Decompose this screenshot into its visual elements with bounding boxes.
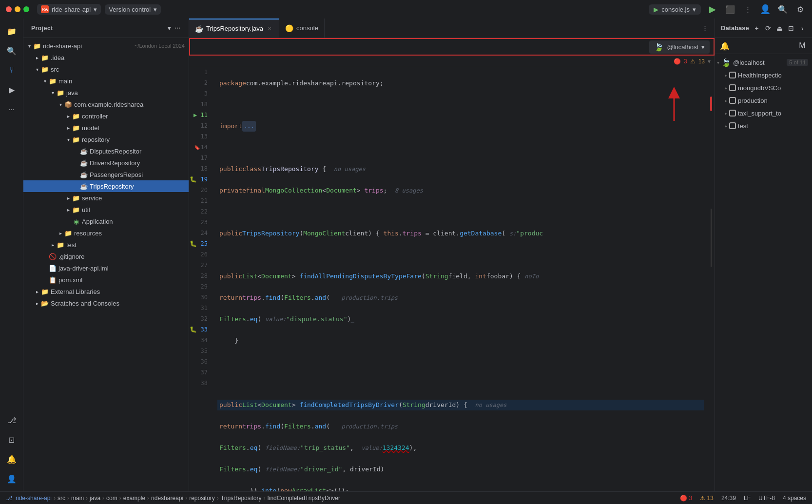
tab-more-button[interactable]: ⋮ [699, 22, 711, 34]
sidebar-more[interactable]: ⋯ [174, 25, 181, 32]
tree-item-test[interactable]: ▸ 📁 test [23, 239, 189, 251]
settings-button[interactable]: ⚙ [794, 3, 806, 15]
tree-item-root[interactable]: ▾ 📁 ride-share-api ~/London Local 2024 [23, 40, 189, 52]
breadcrumb-main[interactable]: main [71, 495, 84, 502]
chevron-controller: ▸ [64, 112, 72, 120]
activity-vcs[interactable]: ⑂ [3, 61, 20, 79]
breadcrumb-tripsrepo[interactable]: TripsRepository [221, 495, 262, 502]
activity-notifications[interactable]: 🔔 [3, 450, 20, 468]
stop-button[interactable]: ⬛ [724, 3, 736, 15]
tree-item-pom[interactable]: ▸ 📋 pom.xml [23, 274, 189, 286]
activity-terminal[interactable]: ⊡ [3, 431, 20, 448]
line-20: 20 [201, 185, 210, 196]
db-item-mongo[interactable]: ▸ mongodbVSCo [715, 81, 812, 94]
status-errors[interactable]: 🔴 3 [680, 495, 692, 502]
status-indent[interactable]: 4 spaces [783, 495, 806, 502]
db-item-localhost[interactable]: ▾ 🍃 @localhost 5 of 11 [715, 56, 812, 69]
db-refresh-connection[interactable]: ⟳ [764, 22, 772, 34]
tree-item-gitignore[interactable]: ▸ 🚫 .gitignore [23, 251, 189, 262]
line-19: 🐛 19 [190, 174, 210, 185]
db-add-button[interactable]: + [753, 22, 760, 34]
tree-item-service[interactable]: ▸ 📁 service [23, 192, 189, 204]
status-lf[interactable]: LF [744, 495, 751, 502]
tree-item-passengers[interactable]: ▸ ☕ PassengersReposi [23, 169, 189, 180]
right-scrollbar[interactable] [708, 67, 715, 491]
tree-item-scratches[interactable]: ▸ 📂 Scratches and Consoles [23, 297, 189, 309]
console-selector[interactable]: ▶ console.js ▾ [649, 4, 701, 15]
tree-item-resources[interactable]: ▸ 📁 resources [23, 227, 189, 239]
console-icon: ▶ [654, 6, 658, 13]
db-chevron-button[interactable]: › [799, 22, 806, 34]
tree-item-iml[interactable]: ▸ 📄 java-driver-api.iml [23, 262, 189, 274]
code-editor[interactable]: 1 2 3 18 ▶ 11 12 13 🔖14 17 18 🐛 19 20 21… [189, 67, 715, 491]
breadcrumb-project[interactable]: ride-share-api [16, 495, 52, 502]
tree-item-model[interactable]: ▸ 📁 model [23, 122, 189, 134]
activity-git[interactable]: ⎇ [3, 411, 20, 429]
tree-item-application[interactable]: ▸ ◉ Application [23, 215, 189, 227]
project-selector[interactable]: RA ride-share-api ▾ [37, 4, 101, 15]
status-position[interactable]: 24:39 [721, 495, 736, 502]
minimize-button[interactable] [15, 6, 20, 12]
java-icon-disputes: ☕ [80, 147, 88, 155]
code-line-26: Filters.eq( fieldName: "trip_status", va… [217, 443, 704, 453]
error-indicators: 🔴 3 ⚠ 13 ▾ [674, 58, 711, 65]
tree-item-util[interactable]: ▸ 📁 util [23, 204, 189, 215]
tree-item-main[interactable]: ▾ 📁 main [23, 75, 189, 87]
db-filter-button[interactable]: ⊡ [787, 22, 794, 34]
tab-trips[interactable]: ☕ TripsRepository.java ✕ [189, 19, 279, 38]
db-notification-button[interactable]: 🔔 [719, 40, 731, 52]
run-button[interactable]: ▶ [707, 3, 718, 15]
search-button[interactable]: 🔍 [777, 3, 789, 15]
activity-search[interactable]: 🔍 [3, 42, 20, 59]
db-disconnect-button[interactable]: ⏏ [776, 22, 783, 34]
code-line-28: )).into(new ArrayList<>()); [217, 485, 704, 491]
breadcrumb-example[interactable]: example [123, 495, 145, 502]
chevron-root: ▾ [25, 42, 33, 50]
db-item-taxi[interactable]: ▸ taxi_support_to [715, 107, 812, 119]
project-name: ride-share-api [52, 6, 91, 13]
activity-project[interactable]: 📁 [3, 22, 20, 40]
tree-item-src[interactable]: ▾ 📁 src [23, 63, 189, 75]
tree-item-external[interactable]: ▸ 📁 External Libraries [23, 286, 189, 297]
db-label-taxi: taxi_support_to [738, 110, 808, 117]
tree-label-src: src [51, 66, 185, 73]
tree-item-trips-repo[interactable]: ▸ ☕ TripsRepository [23, 180, 189, 192]
code-content[interactable]: package com.example.rideshareapi.reposit… [213, 67, 708, 491]
close-button[interactable] [6, 6, 12, 12]
breadcrumb-com[interactable]: com [106, 495, 117, 502]
status-encoding[interactable]: UTF-8 [758, 495, 775, 502]
title-bar: RA ride-share-api ▾ Version control ▾ ▶ … [0, 0, 812, 19]
db-item-health[interactable]: ▸ HealthInspectio [715, 69, 812, 81]
db-item-production[interactable]: ▸ production [715, 94, 812, 107]
breadcrumb-rideshareapi[interactable]: rideshareapi [151, 495, 183, 502]
tree-item-repository[interactable]: ▾ 📁 repository [23, 134, 189, 145]
db-item-test[interactable]: ▸ test [715, 119, 812, 132]
profile-button[interactable]: 👤 [759, 3, 771, 15]
breadcrumb-src[interactable]: src [58, 495, 65, 502]
tree-item-controller[interactable]: ▸ 📁 controller [23, 110, 189, 122]
tree-item-com[interactable]: ▾ 📦 com.example.ridesharea [23, 98, 189, 110]
activity-profile[interactable]: 👤 [3, 470, 20, 487]
more-options-button[interactable]: ⋮ [742, 3, 754, 15]
status-warnings[interactable]: ⚠ 13 [700, 495, 714, 502]
tree-item-disputes[interactable]: ▸ ☕ DisputesRepositor [23, 145, 189, 157]
activity-bottom: ⎇ ⊡ 🔔 👤 [3, 411, 20, 487]
breadcrumb-repository[interactable]: repository [189, 495, 215, 502]
tab-console[interactable]: 🟡 console [279, 19, 325, 38]
tab-trips-close[interactable]: ✕ [266, 25, 273, 32]
activity-run[interactable]: ▶ [3, 81, 20, 98]
tree-item-idea[interactable]: ▸ 📁 .idea [23, 52, 189, 63]
maximize-button[interactable] [23, 6, 29, 12]
db-selector[interactable]: 🍃 @localhost ▾ [649, 40, 710, 54]
tree-item-java[interactable]: ▾ 📁 java [23, 87, 189, 98]
db-person-icon[interactable]: M [796, 40, 808, 52]
db-chevron-mongo: ▸ [725, 85, 727, 91]
breadcrumb-java[interactable]: java [90, 495, 100, 502]
activity-more[interactable]: ··· [3, 100, 20, 118]
folder-icon-service: 📁 [72, 194, 80, 202]
tree-item-drivers[interactable]: ▸ ☕ DriversRepository [23, 157, 189, 169]
db-panel-title: Database [721, 24, 749, 32]
vcs-selector[interactable]: Version control ▾ [105, 4, 161, 15]
breadcrumb-method[interactable]: findCompletedTripsByDriver [267, 495, 340, 502]
code-line-2 [217, 99, 704, 110]
